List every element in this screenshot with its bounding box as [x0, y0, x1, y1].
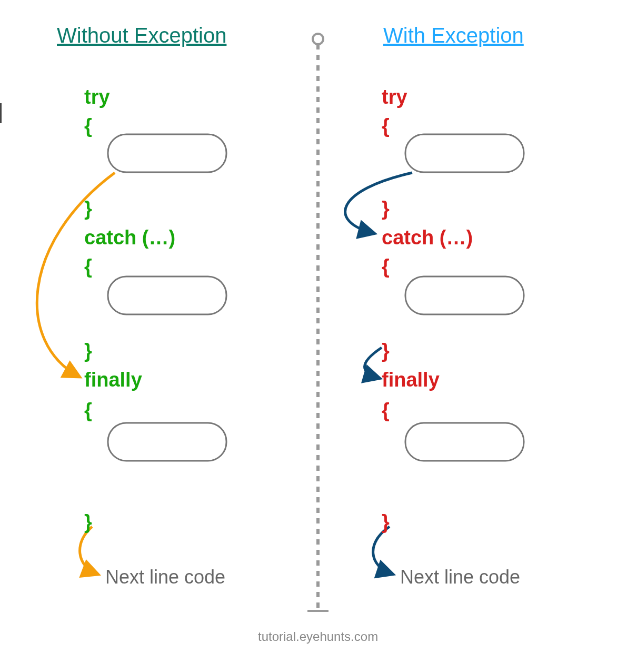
left-catch-keyword: catch (…): [84, 226, 175, 249]
left-finally-open-brace: {: [84, 399, 92, 422]
right-title: With Exception: [383, 24, 524, 47]
right-try-close-brace: }: [382, 197, 390, 220]
left-finally-close-brace: }: [84, 511, 92, 533]
left-catch-open-brace: {: [84, 255, 92, 278]
right-finally-close-brace: }: [382, 511, 390, 533]
left-try-keyword: try: [84, 86, 110, 108]
left-arrow-try-to-finally: [37, 173, 115, 377]
right-try-open-brace: {: [382, 115, 390, 137]
footer-attribution: tutorial.eyehunts.com: [258, 629, 378, 644]
left-try-open-brace: {: [84, 115, 92, 137]
right-try-block-box: [405, 134, 524, 172]
left-arrow-finally-to-next: [80, 527, 97, 574]
left-try-block-box: [108, 134, 226, 172]
right-arrow-finally-to-next: [373, 527, 392, 574]
left-catch-block-box: [108, 276, 226, 314]
text-cursor: [0, 103, 2, 123]
right-finally-open-brace: {: [382, 399, 390, 422]
left-finally-keyword: finally: [84, 369, 142, 391]
right-arrow-try-to-catch: [345, 173, 412, 233]
right-next-line: Next line code: [400, 566, 520, 588]
left-finally-block-box: [108, 423, 226, 461]
right-finally-keyword: finally: [382, 369, 440, 391]
left-next-line: Next line code: [105, 566, 225, 588]
right-arrow-catch-to-finally: [365, 348, 382, 378]
right-catch-open-brace: {: [382, 255, 390, 278]
right-try-keyword: try: [382, 86, 407, 108]
right-finally-block-box: [405, 423, 524, 461]
left-title: Without Exception: [57, 24, 226, 47]
left-catch-close-brace: }: [84, 340, 92, 362]
right-catch-keyword: catch (…): [382, 226, 473, 249]
right-catch-close-brace: }: [382, 340, 390, 362]
divider-circle: [313, 34, 323, 44]
right-catch-block-box: [405, 276, 524, 314]
left-try-close-brace: }: [84, 197, 92, 220]
